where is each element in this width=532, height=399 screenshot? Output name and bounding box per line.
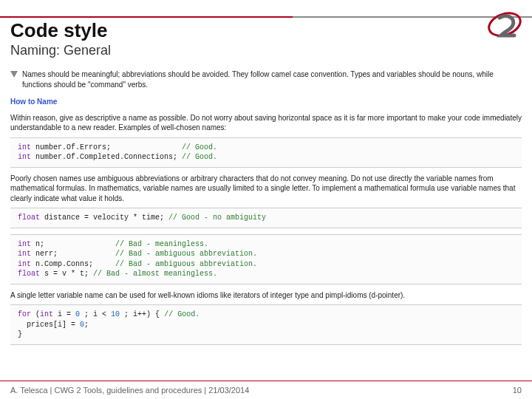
slide-subtitle: Naming: General xyxy=(10,43,111,58)
code-block-iterator: for (int i = 0 ; i < 10 ; i++) { // Good… xyxy=(10,304,522,345)
content-area: Names should be meaningful; abbreviation… xyxy=(10,69,522,351)
logo-icon xyxy=(485,4,525,44)
code-block-good-formula: float distance = velocity * time; // Goo… xyxy=(10,208,522,228)
section-heading: How to Name xyxy=(10,97,522,107)
page-number: 10 xyxy=(513,386,522,395)
code-block-good-names: int number.Of.Errors; // Good. int numbe… xyxy=(10,137,522,168)
slide-title: Code style xyxy=(10,19,108,42)
top-divider xyxy=(0,16,532,18)
paragraph-3: A single letter variable name can be use… xyxy=(10,290,522,301)
callout-text: Names should be meaningful; abbreviation… xyxy=(22,69,522,89)
triangle-down-icon xyxy=(10,71,18,78)
footer-divider xyxy=(0,381,532,381)
paragraph-2: Poorly chosen names use ambiguous abbrev… xyxy=(10,174,522,204)
paragraph-1: Within reason, give as descriptive a nam… xyxy=(10,113,522,133)
footer-text: A. Telesca | CWG 2 Tools, guidelines and… xyxy=(10,386,249,395)
code-block-bad-names: int n; // Bad - meaningless. int nerr; /… xyxy=(10,234,522,284)
callout-row: Names should be meaningful; abbreviation… xyxy=(10,69,522,89)
